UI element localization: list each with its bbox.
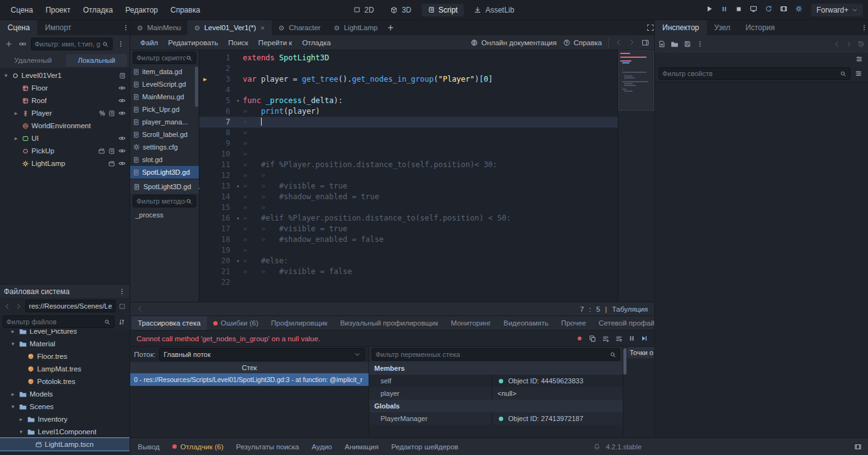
code-line-5[interactable]: 5▾func _process(_delta):: [199, 96, 618, 106]
eye-badge-icon[interactable]: [118, 109, 126, 117]
debug-tab-misc[interactable]: Прочее: [555, 316, 593, 330]
script-badge-icon[interactable]: [119, 72, 126, 79]
scene-node-roof[interactable]: Roof: [0, 94, 130, 107]
stack-frame-0[interactable]: 0 - res://Resources/Scripts/Level01/Spot…: [130, 373, 369, 386]
vars-scrollbar[interactable]: [623, 347, 627, 437]
fold-icon[interactable]: ▾: [233, 213, 243, 224]
expander-icon[interactable]: ▸: [13, 135, 19, 141]
code-line-13[interactable]: 13▾»»#visible = true: [199, 181, 618, 192]
movie-maker-icon[interactable]: [854, 438, 862, 455]
bell-icon[interactable]: [593, 443, 601, 451]
debug-tab-errors[interactable]: Ошибки (6): [207, 316, 265, 330]
indent-mode[interactable]: Табуляция: [612, 305, 648, 313]
remote-debug-button[interactable]: [747, 3, 760, 16]
filter-options-icon[interactable]: [853, 69, 864, 79]
script-item-spotlight3d[interactable]: SpotLight3D.gd: [130, 166, 199, 178]
dots-vertical-icon[interactable]: [115, 39, 126, 49]
expander-icon[interactable]: ▸: [9, 391, 16, 397]
path-field[interactable]: [29, 302, 112, 310]
history-forward-icon[interactable]: [845, 41, 852, 48]
expand-lines-icon[interactable]: [602, 335, 609, 343]
scene-filter-input[interactable]: [35, 40, 102, 48]
scene-tab-character[interactable]: Character: [272, 20, 327, 35]
online-docs-button[interactable]: Онлайн документация: [470, 39, 557, 47]
script-badge-icon[interactable]: [108, 147, 115, 155]
code-line-22[interactable]: 22: [199, 277, 618, 288]
collapse-lines-icon[interactable]: [615, 335, 623, 343]
code-line-18[interactable]: 18»»#shadow_enabled = false: [199, 234, 618, 245]
menu-editor[interactable]: Редактор: [120, 3, 164, 17]
menu-project[interactable]: Проект: [40, 3, 76, 17]
code-line-20[interactable]: 20▾»#else:: [199, 256, 618, 266]
resource-options-icon[interactable]: [696, 40, 704, 48]
add-scene-tab-button[interactable]: [384, 20, 398, 35]
scene-tab-lightlamp[interactable]: LightLamp: [327, 20, 384, 35]
play-button[interactable]: [703, 3, 716, 16]
eye-badge-icon[interactable]: [118, 134, 126, 142]
panel-toggle-icon[interactable]: [642, 39, 649, 47]
bottom-panel-audio[interactable]: Аудио: [312, 443, 332, 451]
new-resource-icon[interactable]: [658, 40, 665, 48]
distraction-free-icon[interactable]: [647, 20, 654, 35]
workspace-3d[interactable]: 3D: [384, 4, 418, 16]
code-line-19[interactable]: 19»: [199, 245, 618, 256]
expander-icon[interactable]: ▸: [18, 416, 25, 422]
eye-badge-icon[interactable]: [118, 97, 126, 104]
file-level1component[interactable]: ▾Level1Component: [0, 425, 130, 438]
bottom-panel-animation[interactable]: Анимация: [345, 443, 379, 451]
code-line-11[interactable]: 11»#if %Player.position.distance_to(self…: [199, 160, 618, 170]
tab-scene[interactable]: Сцена: [0, 20, 37, 35]
script-menu-file[interactable]: Файл: [135, 37, 163, 48]
script-item-player-mana[interactable]: player_mana...: [130, 116, 199, 128]
script-menu-debug[interactable]: Отладка: [297, 37, 335, 48]
file-inventory[interactable]: ▸Inventory: [0, 413, 130, 425]
script-item-pick-upr[interactable]: Pick_Upr.gd: [130, 103, 199, 116]
bottom-panel-search-results[interactable]: Результаты поиска: [236, 443, 299, 451]
help-button[interactable]: Справка: [563, 39, 602, 47]
history-back-icon[interactable]: [833, 41, 840, 48]
script-menu-edit[interactable]: Редактировать: [163, 37, 223, 48]
code-line-1[interactable]: 1extends SpotLight3D: [199, 53, 618, 63]
script-item-settings-cfg[interactable]: settings.cfg: [130, 141, 199, 153]
object-properties-icon[interactable]: [855, 55, 863, 63]
load-resource-icon[interactable]: [670, 40, 679, 48]
tab-history[interactable]: История: [738, 20, 782, 35]
code-line-9[interactable]: 9»: [199, 138, 618, 149]
save-resource-icon[interactable]: [684, 40, 691, 48]
scene-tab-mainmenu[interactable]: MainMenu: [130, 20, 187, 35]
tab-inspector[interactable]: Инспектор: [655, 20, 707, 35]
file-material[interactable]: ▾Material: [0, 337, 130, 350]
chevron-left-icon[interactable]: [136, 305, 143, 312]
code-line-14[interactable]: 14»»#shadow_enabled = true: [199, 192, 618, 202]
menu-debug[interactable]: Отладка: [77, 3, 118, 17]
code-line-21[interactable]: 21»»#visible = false: [199, 266, 618, 277]
code-line-12[interactable]: 12»»: [199, 170, 618, 181]
menu-scene[interactable]: Сцена: [5, 3, 38, 17]
variable-row-player[interactable]: player<null>: [369, 387, 623, 400]
bottom-panel-output[interactable]: Вывод: [138, 443, 160, 451]
script-item-scroll-label[interactable]: Scroll_label.gd: [130, 128, 199, 141]
code-line-16[interactable]: 16▾»#elif %Player.position.distance_to(s…: [199, 213, 618, 224]
expander-icon[interactable]: ▾: [18, 429, 25, 435]
script-menu-search[interactable]: Поиск: [223, 37, 253, 48]
chevron-right-icon[interactable]: [628, 39, 635, 46]
script-item-levelscript[interactable]: LevelScript.gd: [130, 78, 199, 90]
scene-node-floor[interactable]: Floor: [0, 82, 130, 94]
instance-scene-icon[interactable]: [17, 39, 28, 49]
dock-options-icon[interactable]: [860, 20, 868, 35]
code-line-17[interactable]: 17»»#visible = true: [199, 224, 618, 234]
debug-tab-monitors[interactable]: Мониторинг: [445, 316, 498, 330]
workspace-script[interactable]: Script: [421, 4, 464, 16]
variable-row-playermanager[interactable]: PlayerManagerObject ID: 27413972187: [369, 412, 623, 425]
code-editor[interactable]: 1extends SpotLight3D2▶3var player = get_…: [199, 50, 654, 302]
renderer-dropdown[interactable]: Forward+: [811, 4, 863, 16]
file-lampmat-tres[interactable]: LampMat.tres: [0, 363, 130, 375]
code-line-2[interactable]: 2: [199, 63, 618, 74]
sort-icon[interactable]: [116, 317, 127, 327]
scene-node-worldenvironment[interactable]: WorldEnvironment: [0, 119, 130, 132]
inspector-filter-input[interactable]: [662, 70, 840, 77]
expander-icon[interactable]: ▾: [9, 341, 16, 347]
expander-icon[interactable]: ▾: [3, 72, 9, 79]
debug-tab-visual-profiler[interactable]: Визуальный профилировщик: [334, 316, 445, 330]
eye-badge-icon[interactable]: [118, 160, 126, 167]
